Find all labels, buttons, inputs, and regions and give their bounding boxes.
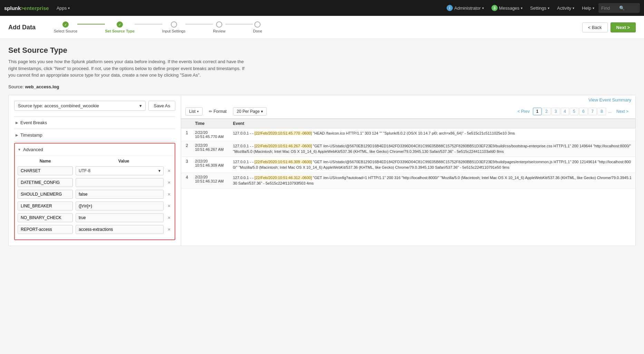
wizard-steps: ✓ Select Source ✓ Set Source Type Input … — [54, 21, 571, 33]
adv-delete-charset-button[interactable]: × — [166, 167, 172, 174]
step-review: Review — [213, 21, 225, 33]
adv-row-charset: UTF-8 ▾ × — [18, 166, 172, 175]
event-content: 127.0.0.1 - - [22/Feb/2020:10:51:46.267 … — [230, 141, 635, 157]
step-3-label: Input Settings — [162, 29, 185, 33]
format-button[interactable]: ✏ Format — [207, 108, 229, 115]
admin-badge: i — [447, 5, 453, 11]
adv-value-linebreaker[interactable] — [76, 201, 164, 210]
col-event-header: Event — [230, 119, 635, 128]
adv-name-datetime[interactable] — [18, 178, 73, 187]
nav-messages[interactable]: 3 Messages ▾ — [488, 0, 526, 16]
nav-activity[interactable]: Activity ▾ — [554, 0, 578, 16]
page-3-button[interactable]: 3 — [552, 108, 560, 115]
event-num: 2 — [181, 141, 192, 157]
timestamp-section: ▶ Timestamp — [14, 129, 175, 141]
activity-caret-icon: ▾ — [573, 6, 574, 10]
adv-delete-report-button[interactable]: × — [166, 226, 172, 233]
adv-name-charset[interactable] — [18, 166, 73, 175]
adv-delete-nobinary-button[interactable]: × — [166, 214, 172, 221]
adv-col-name-header: Name — [18, 159, 73, 164]
event-breaks-label: Event Breaks — [20, 120, 47, 125]
adv-value-datetime[interactable] — [76, 178, 164, 187]
source-line: Source: web_access.log — [8, 84, 636, 89]
advanced-header[interactable]: ▼ Advanced — [15, 144, 175, 156]
save-as-button[interactable]: Save As — [148, 101, 175, 111]
view-summary-row: View Event Summary — [181, 95, 635, 105]
step-input-settings: Input Settings — [162, 21, 185, 33]
search-placeholder: Find — [601, 6, 619, 11]
page-6-button[interactable]: 6 — [579, 108, 588, 115]
step-2-label: Set Source Type — [105, 29, 134, 33]
messages-caret-icon: ▾ — [521, 6, 523, 10]
adv-row-nobinary: × — [18, 213, 172, 222]
event-breaks-caret-icon: ▶ — [16, 121, 18, 125]
event-time: 2/22/2010:51:45.770 AM — [192, 128, 230, 141]
adv-row-linebreaker: × — [18, 201, 172, 210]
nav-administrator[interactable]: i Administrator ▾ — [443, 0, 487, 16]
advanced-section: ▼ Advanced Name Value UTF-8 — [14, 143, 175, 240]
step-1-circle: ✓ — [62, 21, 69, 28]
splunk-logo[interactable]: splunk > enterprise — [4, 5, 49, 11]
col-time-header: Time — [192, 119, 230, 128]
adv-row-report: × — [18, 225, 172, 234]
event-content: 127.0.0.1 - - [22/Feb/2020:10:51:46.309 … — [230, 157, 635, 173]
splunk-wordmark: splunk — [4, 5, 21, 11]
adv-name-linebreaker[interactable] — [18, 201, 73, 210]
adv-value-nobinary[interactable] — [76, 213, 164, 222]
per-page-button[interactable]: 20 Per Page ▾ — [233, 107, 267, 116]
back-button[interactable]: < Back — [582, 22, 608, 32]
adv-value-report[interactable] — [76, 225, 164, 234]
list-view-button[interactable]: List ▾ — [185, 107, 203, 116]
step-line-1 — [77, 24, 105, 24]
adv-delete-linebreaker-button[interactable]: × — [166, 203, 172, 209]
event-breaks-section: ▶ Event Breaks — [14, 116, 175, 129]
next-page-button[interactable]: Next > — [614, 108, 631, 115]
table-row: 32/22/2010:51:46.309 AM127.0.0.1 - - [22… — [181, 157, 635, 173]
adv-delete-linemerge-button[interactable]: × — [166, 191, 172, 198]
next-button[interactable]: Next > — [611, 22, 636, 32]
source-value: web_access.log — [25, 84, 59, 89]
splunk-arrow-icon: > — [21, 5, 24, 11]
source-type-select[interactable]: Source type: access_combined_wcookie ▾ — [14, 101, 146, 111]
source-type-value: Source type: access_combined_wcookie — [18, 103, 99, 108]
adv-delete-datetime-button[interactable]: × — [166, 179, 172, 186]
page-5-button[interactable]: 5 — [570, 108, 578, 115]
help-caret-icon: ▾ — [593, 6, 594, 10]
page-7-button[interactable]: 7 — [588, 108, 597, 115]
adv-name-linemerge[interactable] — [18, 190, 73, 199]
format-icon: ✏ — [209, 109, 212, 114]
nav-apps[interactable]: Apps ▾ — [53, 0, 74, 16]
page-1-button[interactable]: 1 — [533, 108, 541, 115]
list-caret-icon: ▾ — [197, 110, 199, 113]
view-event-summary-link[interactable]: View Event Summary — [588, 97, 631, 102]
event-breaks-header[interactable]: ▶ Event Breaks — [14, 117, 175, 129]
table-row: 22/22/2010:51:46.267 AM127.0.0.1 - - [22… — [181, 141, 635, 157]
adv-name-report[interactable] — [18, 225, 73, 234]
nav-help[interactable]: Help ▾ — [578, 0, 598, 16]
step-2-circle: ✓ — [117, 21, 123, 28]
adv-value-charset-select[interactable]: UTF-8 ▾ — [76, 166, 164, 175]
messages-badge: 3 — [491, 5, 498, 11]
events-table: Time Event 12/22/2010:51:45.770 AM127.0.… — [181, 119, 635, 189]
page-8-button[interactable]: 8 — [597, 108, 606, 115]
nav-settings[interactable]: Settings ▾ — [527, 0, 553, 16]
apps-caret-icon: ▾ — [68, 6, 70, 10]
adv-col-value-header: Value — [76, 159, 172, 164]
adv-value-linemerge[interactable] — [76, 190, 164, 199]
page-4-button[interactable]: 4 — [561, 108, 569, 115]
page-title: Set Source Type — [8, 46, 636, 55]
prev-page-button[interactable]: < Prev — [515, 108, 532, 115]
top-nav: splunk > enterprise Apps ▾ i Administrat… — [0, 0, 644, 16]
adv-name-nobinary[interactable] — [18, 213, 73, 222]
step-4-label: Review — [213, 29, 225, 33]
step-3-circle — [171, 21, 177, 28]
adv-row-datetime: × — [18, 178, 172, 187]
wizard-header: Add Data ✓ Select Source ✓ Set Source Ty… — [0, 16, 644, 39]
page-2-button[interactable]: 2 — [542, 108, 551, 115]
col-num-header — [181, 119, 192, 128]
search-box[interactable]: Find 🔍 — [598, 3, 640, 13]
pagination-dots: ... — [607, 108, 613, 115]
wizard-buttons: < Back Next > — [582, 22, 636, 32]
search-icon: 🔍 — [619, 6, 637, 11]
timestamp-header[interactable]: ▶ Timestamp — [14, 129, 175, 141]
